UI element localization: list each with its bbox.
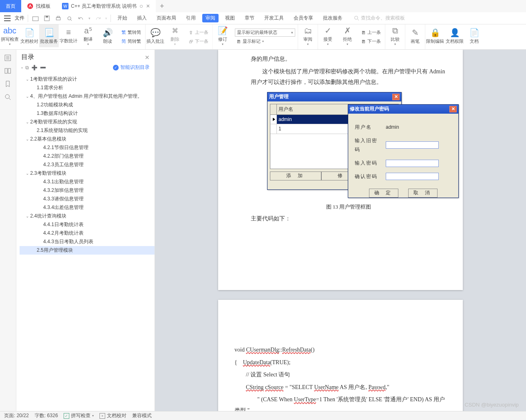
command-search[interactable]: 查找命令、搜索模板	[354, 15, 405, 22]
tab-home[interactable]: 首页	[0, 0, 21, 12]
menu-tab-9[interactable]: 批改服务	[320, 12, 346, 24]
toc-item-8[interactable]: 4.2.1节假日信息管理	[20, 143, 155, 152]
ribbon-wordcount[interactable]: ≡字数统计	[59, 24, 78, 47]
cancel-button[interactable]: 取 消	[408, 189, 438, 198]
toc-close-icon[interactable]: ✕	[145, 54, 150, 61]
toc-item-1[interactable]: 1.1需求分析	[20, 84, 155, 92]
toc-minus-icon[interactable]: ➖	[40, 65, 46, 70]
ribbon-trad-simp-a[interactable]: 繁繁转简	[120, 29, 143, 37]
menu-tab-4[interactable]: 审阅	[202, 14, 219, 22]
svg-rect-11	[5, 68, 7, 73]
close-tab-icon[interactable]: ✕	[146, 3, 150, 9]
toc-item-6[interactable]: 2.1系统登陆功能的实现	[20, 126, 155, 135]
toc-plus-icon[interactable]: ➕	[31, 65, 38, 70]
menu-icon[interactable]	[3, 14, 11, 22]
menu-tab-1[interactable]: 插入	[134, 12, 150, 24]
leftbar-bookmark-icon[interactable]	[4, 81, 12, 88]
ribbon-reject[interactable]: ✗拒绝▾	[338, 24, 357, 47]
new-pwd-input[interactable]	[386, 160, 439, 167]
ribbon-correction[interactable]: 📃批改服务	[39, 24, 59, 47]
toc-item-9[interactable]: 4.2.2部门信息管理	[20, 152, 155, 161]
redo-dropdown-icon[interactable]: ▾	[105, 16, 107, 20]
toc-item-20[interactable]: 2.5用户管理模块	[20, 246, 155, 255]
tab-template[interactable]: 找模板	[21, 0, 56, 12]
toc-item-3[interactable]: 1.2功能模块构成	[20, 101, 155, 109]
toc-smart-link[interactable]: ✓ 智能识别目录	[113, 64, 150, 71]
toc-item-label: 1.1需求分析	[37, 84, 63, 91]
toc-item-17[interactable]: 4.4.1日考勤统计表	[20, 220, 155, 229]
new-tab-button[interactable]: +	[156, 0, 168, 12]
add-button[interactable]: 添 加	[270, 172, 321, 180]
undo-dropdown-icon[interactable]: ▾	[88, 16, 91, 20]
toc-item-2[interactable]: ⌄4、用户管理包括 Admin 用户管理和其他用户管理。	[20, 92, 155, 101]
toc-collapse-icon[interactable]: ▫	[21, 65, 23, 70]
undo-icon[interactable]	[77, 14, 85, 22]
confirm-pwd-input[interactable]	[386, 173, 439, 180]
confirm-pwd-label: 确认密码	[355, 172, 381, 181]
toc-item-5[interactable]: ⌄2考勤管理系统的实现	[20, 118, 155, 126]
toc-item-15[interactable]: 4.3.4出差信息管理	[20, 203, 155, 212]
status-page[interactable]: 页面: 20/22	[4, 412, 29, 419]
ok-button[interactable]: 确 定	[369, 189, 398, 198]
win2-close-icon[interactable]: ✕	[449, 106, 457, 112]
chevron-down-icon: ⌄	[24, 171, 30, 176]
ribbon-track[interactable]: 📝修订▾	[213, 24, 232, 47]
toc-item-10[interactable]: 4.2.3员工信息管理	[20, 161, 155, 169]
ribbon-compare[interactable]: ⧉比较▾	[385, 24, 405, 47]
status-words[interactable]: 字数: 6326	[35, 412, 58, 419]
ribbon-next-comment[interactable]: ⮺ 下一条	[187, 37, 210, 46]
toc-item-16[interactable]: ⌄2.4统计查询模块	[20, 212, 155, 220]
ribbon-prev-comment[interactable]: ⮸ 上一条	[187, 29, 210, 37]
code-block: void CUsermanDlg::RefreshData(){ UpdateD…	[234, 345, 446, 411]
menu-tab-0[interactable]: 开始	[114, 12, 130, 24]
menu-tab-2[interactable]: 页面布局	[153, 12, 179, 24]
ribbon-prev-change[interactable]: 🖹 上一条	[360, 29, 382, 37]
old-pwd-input[interactable]	[386, 141, 439, 149]
toc-item-13[interactable]: 4.3.2加班信息管理	[20, 186, 155, 195]
ribbon-next-change[interactable]: 🖹 下一条	[360, 37, 382, 46]
save-icon[interactable]	[43, 14, 51, 22]
leftbar-search-icon[interactable]	[4, 94, 12, 101]
print-preview-icon[interactable]	[66, 14, 74, 22]
ribbon-read[interactable]: 🔊朗读	[98, 24, 117, 47]
ribbon-track-state-select[interactable]: 显示标记的最终状态▾	[235, 29, 295, 37]
check-icon: ✓	[64, 413, 69, 419]
menu-tab-7[interactable]: 开发工具	[261, 12, 287, 24]
ribbon-restrict[interactable]: 🔒限制编辑	[425, 24, 445, 47]
redo-icon[interactable]	[94, 14, 102, 22]
menu-tab-8[interactable]: 会员专享	[290, 12, 316, 24]
tab-document[interactable]: W C++ 员工考勤管理系统 说明书 ✕	[56, 0, 156, 12]
status-spell[interactable]: ✓拼写检查▾	[64, 412, 94, 419]
toc-item-14[interactable]: 4.3.3请假信息管理	[20, 195, 155, 203]
toc-expand-icon[interactable]: ⧉	[25, 65, 29, 70]
menu-tab-3[interactable]: 引用	[183, 12, 199, 24]
toc-item-19[interactable]: 4.4.3当日考勤人员列表	[20, 237, 155, 246]
ribbon-review-pane[interactable]: 🗂审阅▾	[298, 24, 318, 47]
print-icon[interactable]	[54, 14, 62, 22]
status-proof[interactable]: ×文档校对	[99, 412, 126, 419]
ribbon-spellcheck[interactable]: abc拼写检查▾	[0, 24, 20, 47]
menu-tab-5[interactable]: 视图	[222, 12, 238, 24]
toc-item-0[interactable]: ⌄1考勤管理系统的设计	[20, 75, 155, 84]
ribbon-docauth[interactable]: 📄文档	[464, 24, 484, 47]
ribbon-trad-simp-b[interactable]: 简简转繁	[120, 37, 143, 46]
ribbon-insert-comment[interactable]: 💬插入批注	[146, 24, 165, 47]
ribbon-show-marks[interactable]: 🖹 显示标记 ▾	[235, 37, 295, 46]
toc-item-4[interactable]: 1.3数据库结构设计	[20, 109, 155, 118]
file-menu[interactable]: 文件	[15, 15, 24, 22]
toc-item-12[interactable]: 4.3.1出勤信息管理	[20, 178, 155, 186]
ribbon-doccompare[interactable]: 📄文档校对	[20, 24, 39, 47]
ribbon-pen[interactable]: ✎画笔	[405, 24, 425, 47]
toc-item-11[interactable]: ⌄2.3考勤管理模块	[20, 169, 155, 178]
ribbon-docperm[interactable]: 👤文档权限	[445, 24, 464, 47]
ribbon-delete-comment[interactable]: ✖删除▾	[165, 24, 185, 47]
toc-item-7[interactable]: ⌄2.2基本信息模块	[20, 135, 155, 143]
win1-close-icon[interactable]: ✕	[392, 94, 400, 100]
menu-tab-6[interactable]: 章节	[241, 12, 258, 24]
ribbon-translate[interactable]: a⁵翻译▾	[78, 24, 98, 47]
leftbar-thumbnail-icon[interactable]	[4, 68, 12, 75]
leftbar-outline-icon[interactable]	[4, 55, 12, 62]
open-icon[interactable]	[31, 14, 40, 22]
ribbon-accept[interactable]: ✓接受▾	[318, 24, 338, 47]
toc-item-18[interactable]: 4.4.2月考勤统计表	[20, 229, 155, 237]
